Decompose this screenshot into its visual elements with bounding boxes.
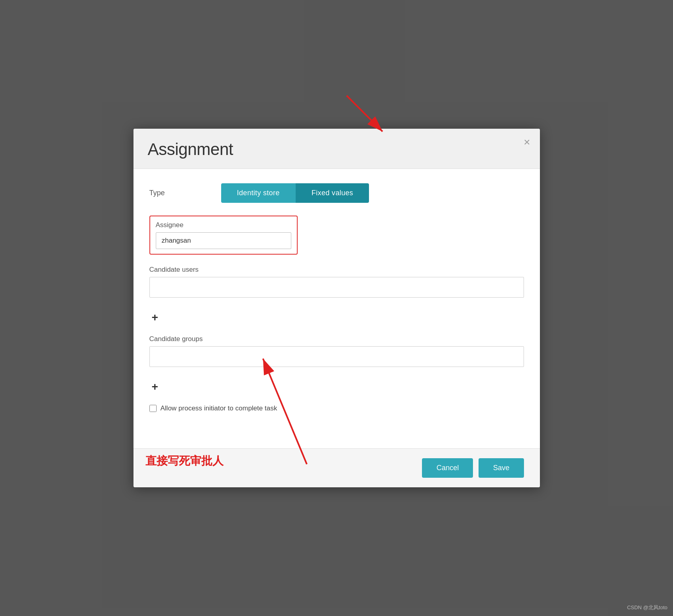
checkbox-row: Allow process initiator to complete task (149, 404, 524, 412)
add-candidate-users-button[interactable]: + (149, 311, 161, 324)
fixed-values-button[interactable]: Fixed values (296, 183, 369, 203)
candidate-users-section: Candidate users (149, 266, 524, 298)
candidate-groups-input[interactable] (149, 346, 524, 367)
modal-footer: Cancel Save (133, 448, 540, 487)
assignment-modal: Assignment × Type Identity store Fixed v… (133, 129, 540, 487)
modal-title: Assignment (148, 140, 526, 159)
type-buttons: Identity store Fixed values (221, 183, 369, 203)
assignee-input[interactable] (156, 232, 291, 249)
type-row: Type Identity store Fixed values (149, 183, 524, 203)
allow-initiator-label: Allow process initiator to complete task (161, 404, 277, 412)
type-label: Type (149, 189, 221, 197)
add-candidate-groups-button[interactable]: + (149, 381, 161, 393)
candidate-users-input[interactable] (149, 277, 524, 298)
candidate-users-label: Candidate users (149, 266, 524, 274)
watermark: CSDN @北风toto (627, 604, 667, 611)
modal-body: Type Identity store Fixed values Assigne… (133, 169, 540, 448)
modal-header: Assignment × (133, 129, 540, 169)
allow-initiator-checkbox[interactable] (149, 405, 157, 412)
close-button[interactable]: × (524, 137, 530, 148)
identity-store-button[interactable]: Identity store (221, 183, 296, 203)
candidate-groups-label: Candidate groups (149, 335, 524, 343)
candidate-groups-section: Candidate groups (149, 335, 524, 367)
cancel-button[interactable]: Cancel (422, 458, 473, 478)
assignee-label: Assignee (156, 221, 291, 229)
save-button[interactable]: Save (479, 458, 524, 478)
assignee-highlight-box: Assignee (149, 216, 298, 255)
